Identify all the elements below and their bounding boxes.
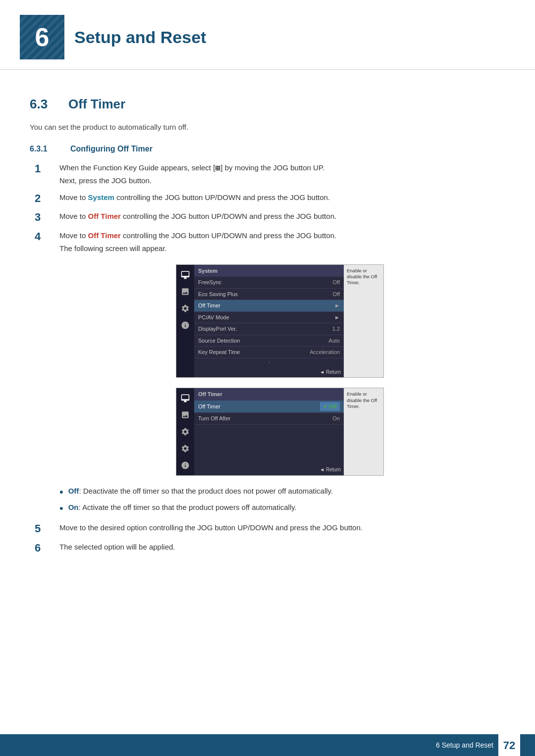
step-3-text: Move to Off Timer controlling the JOG bu… [59, 210, 336, 222]
screen-row-pcavmode: PC/AV Mode ► [194, 312, 344, 324]
step-4: 4 Move to Off Timer controlling the JOG … [35, 230, 505, 254]
step-6-text: The selected option will be applied. [59, 541, 175, 553]
screen-row-offtimer: Off Timer ► [194, 300, 344, 312]
screen-row-sourcedetect: Source Detection Auto [194, 335, 344, 347]
bullet-text-off: Off: Deactivate the off timer so that th… [68, 486, 333, 497]
screen-sidebar-2 [176, 388, 194, 475]
screen-row-offtimer-opt: Off Timer ✔ Off [194, 401, 344, 413]
section-title: Off Timer [68, 95, 125, 114]
step-2-bold: System [88, 193, 114, 202]
chapter-number-text: 6 [35, 18, 50, 56]
step-5-text: Move to the desired option controlling t… [59, 522, 363, 534]
sidebar-icon-image-2 [179, 409, 191, 421]
step-2-text: Move to System controlling the JOG butto… [59, 192, 330, 203]
screen-return-1: ◄ Return [194, 367, 344, 377]
step-4-text: Move to Off Timer controlling the JOG bu… [59, 230, 336, 254]
sidebar-icon-info-1 [179, 319, 191, 331]
sidebar-icon-monitor [179, 269, 191, 281]
bullet-item-on: • On: Activate the off timer so that the… [59, 502, 505, 515]
step-3-num: 3 [35, 210, 59, 225]
section-heading: 6.3 Off Timer [30, 95, 505, 114]
step-3: 3 Move to Off Timer controlling the JOG … [35, 210, 505, 225]
screen-return-2: ◄ Return [194, 464, 344, 475]
subsection-heading: 6.3.1 Configuring Off Timer [30, 143, 505, 155]
screen-tooltip-1: Enable or disable the Off Timer. [344, 265, 383, 378]
step-3-bold: Off Timer [88, 212, 121, 220]
chapter-number: 6 [20, 15, 64, 59]
screen-tooltip-2: Enable or disable the Off Timer. [344, 388, 383, 475]
intro-text: You can set the product to automatically… [30, 122, 505, 133]
step-6: 6 The selected option will be applied. [35, 541, 505, 555]
screen-header-1: System [194, 265, 344, 277]
screen-mockup-2: Off Timer Off Timer ✔ Off Turn Off After… [176, 388, 384, 476]
step-1-num: 1 [35, 162, 59, 176]
sidebar-icon-image [179, 286, 191, 298]
main-content: 6.3 Off Timer You can set the product to… [0, 75, 535, 590]
screen-row-freesync: FreeSync Off [194, 277, 344, 289]
section-number: 6.3 [30, 95, 59, 114]
screen-sidebar-1 [176, 265, 194, 378]
step-4-bold: Off Timer [88, 231, 121, 240]
step-4-subtext: The following screen will appear. [59, 243, 336, 254]
footer-text: 6 Setup and Reset [436, 740, 493, 751]
step-4-num: 4 [35, 230, 59, 244]
step-2: 2 Move to System controlling the JOG but… [35, 192, 505, 206]
step-6-num: 6 [35, 541, 59, 555]
chapter-title: Setup and Reset [74, 25, 206, 50]
page-footer: 6 Setup and Reset 72 [0, 734, 535, 756]
screen-dots-1: ▪ [194, 358, 344, 367]
subsection-title: Configuring Off Timer [70, 143, 153, 155]
bullet-dot-off: • [59, 486, 63, 499]
bullet-list: • Off: Deactivate the off timer so that … [59, 486, 505, 515]
step-5: 5 Move to the desired option controlling… [35, 522, 505, 536]
screen-row-displayport: DisplayPort Ver. 1.2 [194, 323, 344, 335]
step-2-num: 2 [35, 192, 59, 206]
bullet-dot-on: • [59, 502, 63, 515]
step-1: 1 When the Function Key Guide appears, s… [35, 162, 505, 187]
sidebar-icon-settings-1 [179, 302, 191, 314]
step-5-num: 5 [35, 522, 59, 536]
screen-row-turnoffafter: Turn Off After On [194, 413, 344, 425]
screen-main-2: Off Timer Off Timer ✔ Off Turn Off After… [194, 388, 344, 475]
step-1-subtext: Next, press the JOG button. [59, 175, 324, 187]
screen-main-1: System FreeSync Off Eco Saving Plus Off … [194, 265, 344, 378]
sidebar-icon-settings-2 [179, 426, 191, 438]
screens-container: System FreeSync Off Eco Saving Plus Off … [54, 264, 505, 476]
bullet-text-on: On: Activate the off timer so that the p… [68, 502, 297, 513]
chapter-header: 6 Setup and Reset [0, 0, 535, 70]
subsection-number: 6.3.1 [30, 143, 64, 155]
sidebar-icon-gear-2 [179, 443, 191, 454]
sidebar-icon-info-2 [179, 459, 191, 471]
sidebar-icon-monitor-2 [179, 392, 191, 404]
footer-page-num: 72 [498, 734, 520, 756]
steps-list: 1 When the Function Key Guide appears, s… [35, 162, 505, 254]
screen-row-ecosaving: Eco Saving Plus Off [194, 289, 344, 301]
step-1-text: When the Function Key Guide appears, sel… [59, 162, 324, 187]
screen-header-2: Off Timer [194, 388, 344, 401]
bullet-item-off: • Off: Deactivate the off timer so that … [59, 486, 505, 499]
steps-list-2: 5 Move to the desired option controlling… [35, 522, 505, 555]
screen-row-keyrepeat: Key Repeat Time Acceleration [194, 347, 344, 358]
screen-mockup-1: System FreeSync Off Eco Saving Plus Off … [176, 264, 384, 378]
screen-empty-space [194, 425, 344, 464]
